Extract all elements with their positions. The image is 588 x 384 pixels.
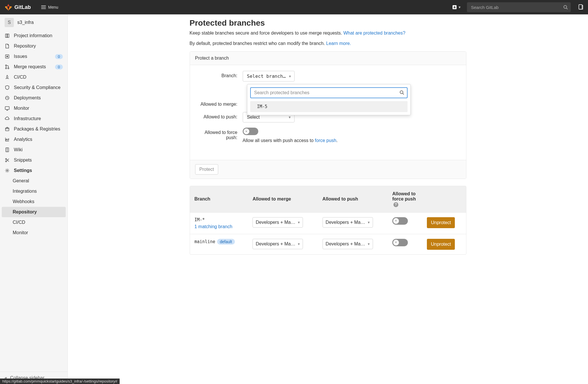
- settings-sub-monitor[interactable]: Monitor: [0, 228, 67, 238]
- settings-sub-webhooks[interactable]: Webhooks: [0, 196, 67, 207]
- table-row: mainlinedefault Developers + Ma…▼ Develo…: [190, 234, 466, 254]
- sidebar: S s3_infra Project information Repositor…: [0, 14, 68, 384]
- info-icon: [5, 33, 10, 38]
- matching-branch-link[interactable]: 1 matching branch: [195, 224, 244, 229]
- sidebar-item-issues[interactable]: Issues0: [0, 51, 67, 62]
- row-merge-select[interactable]: Developers + Ma…▼: [252, 239, 303, 249]
- menu-button[interactable]: Menu: [41, 5, 58, 10]
- logo[interactable]: GitLab: [5, 3, 31, 11]
- settings-sub-repository[interactable]: Repository: [2, 207, 66, 217]
- shield-icon: [5, 85, 10, 90]
- svg-point-14: [5, 158, 7, 160]
- logo-text: GitLab: [14, 4, 31, 10]
- issue-icon: [5, 54, 10, 59]
- chart-icon: [5, 137, 10, 142]
- panel-header: Protect a branch: [190, 52, 466, 65]
- monitor-icon: [5, 106, 10, 111]
- sidebar-item-wiki[interactable]: Wiki: [0, 145, 67, 155]
- main-content: Protected branches Keep stable branches …: [68, 14, 588, 384]
- force-push-helper: Allow all users with push access to forc…: [243, 138, 461, 143]
- issues-badge: 0: [55, 54, 63, 59]
- page-desc-1: Keep stable branches secure and force de…: [190, 31, 466, 36]
- row-force-toggle[interactable]: ✕: [392, 217, 408, 225]
- sidebar-item-monitor[interactable]: Monitor: [0, 103, 67, 114]
- force-push-link[interactable]: force push: [315, 138, 336, 143]
- gitlab-logo-icon: [5, 3, 12, 11]
- sidebar-item-infrastructure[interactable]: Infrastructure: [0, 114, 67, 124]
- settings-sub-general[interactable]: General: [0, 176, 67, 186]
- svg-point-8: [5, 68, 7, 69]
- row-merge-select[interactable]: Developers + Ma…▼: [252, 217, 303, 228]
- topbar: GitLab Menu ▼: [0, 0, 588, 14]
- project-header[interactable]: S s3_infra: [0, 14, 67, 31]
- protected-branches-table: Branch Allowed to merge Allowed to push …: [190, 186, 466, 255]
- svg-rect-4: [7, 34, 7, 37]
- sidebar-item-analytics[interactable]: Analytics: [0, 134, 67, 145]
- plus-square-icon: [452, 5, 457, 10]
- branch-dropdown: IM-5: [247, 84, 411, 115]
- what-are-link[interactable]: What are protected branches?: [343, 31, 405, 35]
- dropdown-item[interactable]: IM-5: [250, 101, 408, 112]
- project-name: s3_infra: [17, 20, 34, 25]
- search-icon: [399, 90, 404, 96]
- sidebar-item-merge-requests[interactable]: Merge requests0: [0, 62, 67, 72]
- learn-more-link[interactable]: Learn more.: [326, 41, 351, 46]
- branch-name: IM-*: [195, 217, 205, 222]
- unprotect-button[interactable]: Unprotect: [427, 239, 455, 250]
- col-force: Allowed to force push ?: [388, 186, 422, 212]
- svg-point-9: [8, 68, 9, 69]
- gear-icon: [5, 168, 10, 173]
- sidebar-item-cicd[interactable]: CI/CD: [0, 72, 67, 82]
- chevron-down-icon: ▼: [297, 221, 300, 224]
- rocket-icon: [5, 75, 10, 80]
- sidebar-item-snippets[interactable]: Snippets: [0, 155, 67, 165]
- search-icon: [563, 5, 568, 10]
- global-search[interactable]: [467, 2, 571, 12]
- row-push-select[interactable]: Developers + Ma…▼: [323, 239, 373, 249]
- svg-point-1: [564, 5, 567, 8]
- sidebar-item-settings[interactable]: Settings: [0, 165, 67, 176]
- sidebar-item-security[interactable]: Security & Compliance: [0, 82, 67, 93]
- col-push: Allowed to push: [318, 186, 388, 212]
- branch-name: mainline: [195, 239, 215, 244]
- sidebar-item-deployments[interactable]: Deployments: [0, 93, 67, 103]
- branch-label: Branch:: [195, 71, 243, 78]
- sidebar-item-packages[interactable]: Packages & Registries: [0, 124, 67, 134]
- unprotect-button[interactable]: Unprotect: [427, 217, 455, 228]
- col-merge: Allowed to merge: [248, 186, 318, 212]
- scissors-icon: [5, 158, 10, 163]
- dropdown-search-input[interactable]: [254, 90, 397, 95]
- settings-sub-cicd[interactable]: CI/CD: [0, 217, 67, 228]
- sidebar-item-repository[interactable]: Repository: [0, 41, 67, 51]
- default-badge: default: [217, 239, 235, 245]
- page-title: Protected branches: [190, 18, 466, 28]
- chevron-down-icon: ▼: [288, 116, 291, 119]
- svg-point-15: [5, 161, 7, 162]
- search-input[interactable]: [467, 2, 571, 12]
- force-push-toggle[interactable]: ✕: [243, 128, 258, 135]
- row-push-select[interactable]: Developers + Ma…▼: [323, 217, 373, 228]
- help-icon[interactable]: ?: [393, 202, 398, 207]
- protect-panel: Protect a branch Branch: Select branch…▼: [190, 51, 466, 179]
- row-force-toggle[interactable]: ✕: [392, 239, 408, 246]
- dropdown-search[interactable]: [250, 87, 408, 98]
- svg-point-17: [400, 91, 403, 94]
- menu-label: Menu: [48, 5, 58, 10]
- docs-icon[interactable]: [578, 4, 583, 10]
- protect-button[interactable]: Protect: [195, 164, 218, 175]
- push-label: Allowed to push:: [195, 112, 243, 120]
- sidebar-item-project-info[interactable]: Project information: [0, 31, 67, 41]
- project-avatar: S: [5, 18, 14, 27]
- merge-icon: [5, 64, 10, 69]
- book-icon: [5, 147, 10, 152]
- new-button[interactable]: ▼: [452, 5, 461, 10]
- table-row: IM-*1 matching branch Developers + Ma…▼ …: [190, 212, 466, 234]
- svg-rect-11: [5, 107, 9, 109]
- settings-sub-integrations[interactable]: Integrations: [0, 186, 67, 196]
- svg-rect-12: [5, 128, 9, 131]
- toggle-knob: ✕: [244, 128, 249, 134]
- branch-select[interactable]: Select branch…▼: [243, 71, 295, 82]
- force-push-label: Allowed to force push:: [195, 128, 243, 140]
- svg-point-16: [7, 170, 8, 171]
- svg-point-7: [5, 65, 7, 66]
